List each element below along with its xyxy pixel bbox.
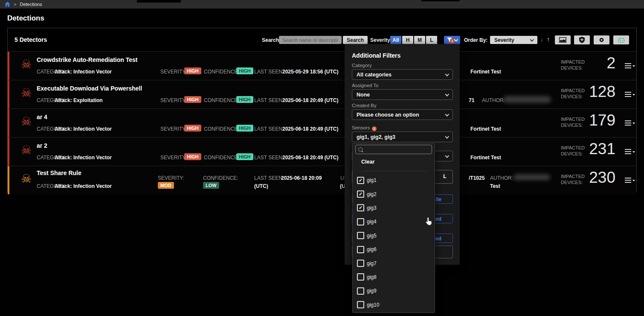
checkbox[interactable] [357, 232, 364, 239]
impacted-devices-count: 2 [575, 54, 615, 72]
created-by-label: Created By [352, 103, 377, 108]
additional-filters-button[interactable]: 1 [444, 36, 460, 44]
home-icon[interactable] [5, 2, 10, 7]
confidence-badge: HIGH [236, 153, 253, 160]
search-input[interactable] [279, 36, 342, 44]
checkbox[interactable]: ✓ [357, 190, 364, 198]
checkbox[interactable]: ✓ [357, 204, 364, 211]
severity-high-button[interactable]: H [402, 36, 413, 44]
row-menu-button[interactable] [625, 120, 635, 126]
row-menu-button[interactable] [625, 177, 635, 184]
confidence-badge: HIGH [236, 125, 253, 132]
sensor-option[interactable]: gig7 [353, 256, 435, 270]
sensor-option[interactable]: gig8 [353, 270, 435, 284]
severity-accent-bar [8, 166, 9, 194]
settings-button[interactable] [594, 35, 609, 44]
last-seen-label: LAST SEEN: [254, 175, 284, 181]
detector-title[interactable]: ar 4 [37, 114, 47, 120]
last-seen-label: LAST SEEN: [254, 97, 284, 103]
sensor-option[interactable]: gig5 [353, 229, 435, 243]
sensor-option-label: gig2 [367, 191, 377, 197]
severity-label: SEVERITY: [160, 97, 187, 103]
checkbox[interactable] [357, 287, 364, 295]
last-seen-value: 2025-06-18 20:09 [281, 175, 322, 181]
row-menu-button[interactable] [625, 91, 635, 98]
assistant-button[interactable] [613, 35, 629, 44]
row-menu-button[interactable] [625, 148, 635, 155]
checkbox[interactable] [357, 246, 364, 253]
detector-list: ☠ Crowdstrike Auto-Remediation Test CATE… [8, 51, 636, 194]
impacted-devices-count: 179 [575, 111, 615, 129]
chevron-down-icon [445, 112, 449, 117]
chevron-down-icon [445, 92, 449, 97]
sort-descending-button[interactable]: ↓ [540, 36, 543, 43]
confidence-label: CONFIDENCE: [204, 69, 239, 75]
row-menu-button[interactable] [625, 62, 635, 69]
shield-settings-button[interactable] [574, 35, 590, 44]
sensors-select[interactable]: gig1, gig2, gig3 [352, 132, 453, 142]
sensor-option-label: gig4 [367, 219, 377, 225]
chart-view-button[interactable] [555, 35, 571, 44]
gear-icon [598, 37, 605, 43]
detector-row[interactable]: ☠ Crowdstrike Auto-Remediation Test CATE… [8, 51, 636, 80]
sensor-option[interactable]: gig9 [353, 284, 435, 298]
confidence-label: CONFIDENCE: [204, 155, 239, 161]
detector-row[interactable]: ☠ Executable Download Via Powershell CAT… [8, 80, 636, 108]
severity-badge: HIGH [184, 153, 201, 160]
detector-row[interactable]: ☠ ar 4 CATEGORY: Attack: Infection Vecto… [8, 108, 636, 137]
severity-all-button[interactable]: All [390, 36, 401, 44]
detections-page: > Detections Detections 5 Detectors Sear… [0, 0, 644, 316]
sensor-option[interactable]: gig6 [353, 243, 435, 256]
last-seen-label: LAST SEEN: [254, 69, 284, 75]
order-by-value: Severity [494, 37, 514, 43]
category-filter-value: All categories [357, 72, 392, 78]
info-icon[interactable]: i [372, 126, 377, 131]
detector-title[interactable]: Crowdstrike Auto-Remediation Test [37, 56, 137, 63]
severity-accent-bar [8, 109, 9, 137]
sensor-option[interactable]: gig10 [353, 298, 435, 312]
detector-row[interactable]: ☠ ar 2 CATEGORY: Attack: Infection Vecto… [8, 137, 636, 166]
sort-ascending-button[interactable]: ↑ [547, 36, 550, 43]
chevron-down-icon [445, 135, 449, 139]
checkbox[interactable] [357, 273, 364, 281]
detector-row[interactable]: ☠ Test Share Rule CATEGORY: Attack: Infe… [8, 166, 636, 194]
chevron-down-icon [445, 72, 449, 76]
category-value: Attack: Infection Vector [55, 69, 112, 75]
assigned-to-value: None [357, 92, 370, 98]
last-seen-label: LAST SEEN: [254, 126, 284, 132]
sensor-option-label: gig7 [367, 260, 377, 266]
sensor-search-input[interactable] [355, 145, 432, 154]
author-value: Fortinet Test [470, 155, 501, 161]
category-filter-select[interactable]: All categories [352, 69, 453, 80]
severity-l-option[interactable]: L [438, 173, 452, 179]
sensor-option-list: ✓ gig1 ✓ gig2 ✓ gig3 gig4 gig5 gig6 gig7… [353, 173, 435, 312]
page-title: Detections [7, 14, 44, 23]
checkbox[interactable] [357, 260, 364, 267]
sensor-option[interactable]: gig4 [353, 215, 435, 228]
assigned-to-select[interactable]: None [352, 89, 453, 100]
detector-title[interactable]: Test Share Rule [37, 170, 81, 176]
checkbox[interactable] [357, 218, 364, 225]
filters-panel-title: Additional Filters [352, 52, 400, 59]
detector-title[interactable]: ar 2 [37, 142, 47, 149]
checkbox[interactable] [357, 301, 364, 308]
order-by-select[interactable]: Severity [490, 36, 537, 44]
mouse-cursor [425, 217, 432, 228]
sensor-option[interactable]: ✓ gig1 [353, 173, 435, 187]
detector-title[interactable]: Executable Download Via Powershell [37, 85, 142, 92]
checkbox[interactable]: ✓ [357, 177, 364, 184]
severity-badge: MOD [158, 182, 174, 189]
severity-low-button[interactable]: L [426, 36, 437, 44]
clear-selection-button[interactable]: Clear [361, 159, 427, 171]
confidence-badge: HIGH [236, 67, 253, 74]
search-button[interactable]: Search [343, 36, 368, 44]
category-value: Attack: Exploitation [55, 97, 103, 103]
breadcrumb-current[interactable]: Detections [20, 2, 42, 7]
sensor-option[interactable]: ✓ gig2 [353, 187, 435, 201]
mitre-fragment: 71 [469, 97, 474, 103]
severity-medium-button[interactable]: M [414, 36, 425, 44]
sensor-option[interactable]: ✓ gig3 [353, 201, 435, 215]
created-by-select[interactable]: Please choose an option [352, 109, 453, 120]
confidence-badge: LOW [203, 182, 219, 189]
author-label: AUTHOR: [490, 175, 513, 181]
